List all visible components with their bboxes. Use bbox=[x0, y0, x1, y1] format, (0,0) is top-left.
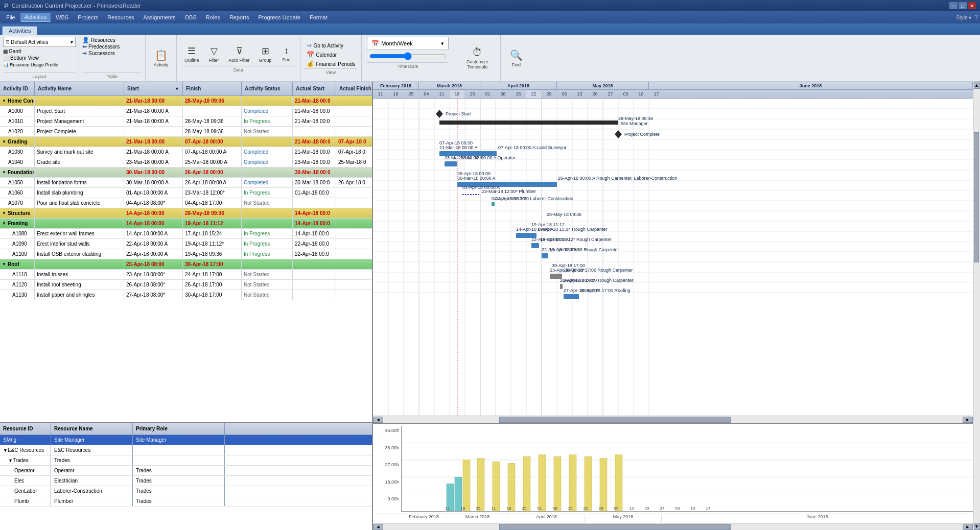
activity-row-a1050[interactable]: A1050 Install fondation forms 30-Mar-18 … bbox=[0, 178, 372, 188]
menu-format[interactable]: Format bbox=[306, 13, 332, 21]
gantt-label-a1100-start: 22-Apr-18 00:00 A bbox=[542, 247, 579, 252]
close-btn[interactable]: ✕ bbox=[968, 2, 976, 9]
title-bar: P Construction Current Project.xer - Pri… bbox=[0, 0, 980, 11]
activity-row-a1030[interactable]: A1030 Survey and mark out site 21-Mar-18… bbox=[0, 147, 372, 157]
successors-pane-btn[interactable]: ➡ Successors bbox=[82, 50, 142, 57]
v-scroll-thumb[interactable] bbox=[974, 132, 979, 262]
bar-a1010 bbox=[439, 121, 618, 125]
activity-row-a1020[interactable]: A1020 Project Complete 28-May-18 09:36 N… bbox=[0, 127, 372, 137]
scroll-right-btn[interactable]: ► bbox=[963, 417, 973, 423]
collapse-foundation-icon[interactable]: ▼ bbox=[2, 170, 6, 175]
menu-obs[interactable]: OBS bbox=[181, 13, 201, 21]
activity-row-a1080[interactable]: A1080 Erect exterior wall frames 14-Apr-… bbox=[0, 229, 372, 239]
filter-btn[interactable]: ▽ Filter bbox=[205, 43, 223, 65]
collapse-framing-icon[interactable]: ▼ bbox=[2, 221, 6, 226]
resources-pane-btn[interactable]: 👤 Resources bbox=[82, 37, 142, 43]
svg-rect-49 bbox=[539, 455, 546, 511]
week-25-feb: 25 bbox=[404, 90, 419, 98]
chart-scroll-thumb[interactable] bbox=[499, 524, 731, 530]
main-v-scrollbar[interactable]: ▲ ▼ bbox=[973, 82, 980, 530]
bottom-view-btn[interactable]: ⬜ Bottom View bbox=[3, 55, 76, 61]
resource-row-smng[interactable]: SMng Site Manager Site Manager bbox=[0, 435, 372, 445]
activity-row-a1000[interactable]: A1000 Project Start 21-Mar-18 00:00 A Co… bbox=[0, 106, 372, 116]
menu-file[interactable]: File bbox=[2, 13, 19, 21]
find-btn[interactable]: 🔍 Find bbox=[505, 47, 527, 69]
timescale-slider[interactable] bbox=[369, 52, 446, 60]
collapse-icon[interactable]: ▼ bbox=[2, 99, 6, 103]
menu-wbs[interactable]: WBS bbox=[52, 13, 73, 21]
activity-row-a1090[interactable]: A1090 Erect interior stud walls 22-Apr-1… bbox=[0, 239, 372, 249]
group-row-grading[interactable]: ▼Grading 21-Mar-18 00:00 07-Apr-18 00:00… bbox=[0, 137, 372, 147]
y-label-36: 36.00h bbox=[385, 445, 399, 450]
default-activities-dropdown[interactable]: ≡ Default Activities ▾ bbox=[3, 37, 76, 47]
gantt-label-a1060-start: 01-Apr-18 00:00 A bbox=[462, 185, 500, 190]
gantt-label-a1070-end: 04-Apr-18 17:00 Laborer-Construction bbox=[496, 196, 573, 201]
help-icon[interactable]: ? bbox=[974, 14, 978, 21]
predecessors-pane-btn[interactable]: ⬅ Predecessors bbox=[82, 43, 142, 50]
gantt-btn[interactable]: ▦ Gantt bbox=[3, 49, 76, 54]
activity-row-a1040[interactable]: A1040 Grade site 23-Mar-18 00:00 A 25-Ma… bbox=[0, 157, 372, 167]
group-row-framing[interactable]: ▼Framing 14-Apr-18 00:00 19-Apr-18 11:12… bbox=[0, 219, 372, 229]
sort-btn[interactable]: ↕ Sort bbox=[277, 43, 296, 65]
chart-scroll-right-btn[interactable]: ► bbox=[963, 524, 973, 530]
collapse-structure-icon[interactable]: ▼ bbox=[2, 211, 6, 215]
minimize-btn[interactable]: ─ bbox=[949, 2, 958, 9]
week-20-may: 20 bbox=[588, 90, 603, 98]
tab-activities[interactable]: Activities bbox=[2, 26, 37, 35]
group-btn[interactable]: ⊞ Group bbox=[255, 43, 275, 65]
resource-row-plumb[interactable]: Plumb Plumber Trades bbox=[0, 496, 372, 507]
menu-activities[interactable]: Activities bbox=[20, 13, 51, 22]
group-row-home-construction[interactable]: ▼Home Construction 21-Mar-18 00:00 28-Ma… bbox=[0, 96, 372, 106]
scroll-thumb-h[interactable] bbox=[499, 417, 731, 423]
chart-h-scrollbar[interactable]: ◄ ► bbox=[373, 523, 973, 530]
collapse-roof-icon[interactable]: ▼ bbox=[2, 262, 6, 267]
activity-row-a1110[interactable]: A1110 Install trusses 23-Apr-18 08:00* 2… bbox=[0, 270, 372, 280]
app-icon: P bbox=[4, 2, 9, 10]
auto-filter-btn[interactable]: ⊽ Auto Filter bbox=[225, 43, 253, 65]
menu-resources[interactable]: Resources bbox=[103, 13, 138, 21]
chart-scroll-left-btn[interactable]: ◄ bbox=[373, 524, 383, 530]
resource-row-trades[interactable]: ▼ Trades Trades bbox=[0, 455, 372, 466]
menu-assignments[interactable]: Assignments bbox=[139, 13, 180, 21]
financial-periods-btn[interactable]: 💰 Financial Periods bbox=[305, 59, 358, 68]
resource-profile-btn[interactable]: 📊 Resource Usage Profile bbox=[3, 62, 76, 67]
svg-rect-53 bbox=[600, 458, 607, 511]
month-week-dropdown[interactable]: 📅 Month/Week ▾ bbox=[367, 37, 449, 50]
activity-row-a1060[interactable]: A1060 Install slab plumbing 01-Apr-18 00… bbox=[0, 188, 372, 198]
month-apr: April 2018 bbox=[480, 82, 557, 89]
collapse-grading-icon[interactable]: ▼ bbox=[2, 139, 6, 144]
activity-row-a1130[interactable]: A1130 Install paper and shingles 27-Apr-… bbox=[0, 290, 372, 300]
resource-grid-body[interactable]: SMng Site Manager Site Manager ▼ E&C Res… bbox=[0, 435, 372, 530]
gantt-label-a1040-end: 25-Mar-18 00:00 A Operator bbox=[458, 155, 516, 160]
week-03-jun: 03 bbox=[618, 90, 634, 98]
goto-activity-btn[interactable]: ⇒ Go to Activity bbox=[305, 41, 358, 50]
activity-row-a1100[interactable]: A1100 Install OSB exterior cladding 22-A… bbox=[0, 249, 372, 259]
activity-btn[interactable]: 📋 Activity bbox=[150, 47, 172, 69]
resource-row-operator[interactable]: Operator Operator Trades bbox=[0, 466, 372, 476]
resource-row-genlabor[interactable]: GenLabor Laborer-Construction Trades bbox=[0, 486, 372, 496]
filter-icon: ▽ bbox=[211, 45, 218, 57]
calendar-btn[interactable]: 📅 Calendar bbox=[305, 50, 358, 59]
outline-btn[interactable]: ☰ Outline bbox=[181, 43, 203, 65]
group-row-structure[interactable]: ▼Structure 14-Apr-18 00:00 28-May-18 09:… bbox=[0, 208, 372, 219]
group-row-foundation[interactable]: ▼Foundation 30-Mar-18 00:00 26-Apr-18 00… bbox=[0, 167, 372, 178]
maximize-btn[interactable]: □ bbox=[959, 2, 967, 9]
scroll-left-btn[interactable]: ◄ bbox=[373, 417, 383, 423]
menu-progress-update[interactable]: Progress Update bbox=[254, 13, 305, 21]
month-jun: June 2018 bbox=[649, 82, 973, 89]
menu-roles[interactable]: Roles bbox=[202, 13, 224, 21]
menu-reports[interactable]: Reports bbox=[225, 13, 253, 21]
gantt-h-scrollbar[interactable]: ◄ ► bbox=[373, 416, 973, 423]
activity-row-a1120[interactable]: A1120 Install roof sheeting 26-Apr-18 08… bbox=[0, 280, 372, 290]
customize-timescale-btn[interactable]: ⏱ Customize Timescale bbox=[458, 44, 496, 71]
menu-projects[interactable]: Projects bbox=[74, 13, 102, 21]
activity-row-a1010[interactable]: A1010 Project Management 21-Mar-18 00:00… bbox=[0, 116, 372, 127]
v-scroll-up-btn[interactable]: ▲ bbox=[974, 82, 980, 89]
grid-body[interactable]: ▼Home Construction 21-Mar-18 00:00 28-Ma… bbox=[0, 96, 372, 422]
group-row-roof[interactable]: ▼Roof 23-Apr-18 08:00 30-Apr-18 17:00 bbox=[0, 259, 372, 270]
resource-row-elec[interactable]: Elec Electrician Trades bbox=[0, 476, 372, 486]
activity-row-a1070[interactable]: A1070 Pour and float slab concrete 04-Ap… bbox=[0, 198, 372, 208]
timescale-label: Timescale bbox=[367, 62, 449, 69]
resource-row-enc[interactable]: ▼ E&C Resources E&C Resources bbox=[0, 445, 372, 455]
v-scroll-down-btn[interactable]: ▼ bbox=[974, 523, 980, 530]
